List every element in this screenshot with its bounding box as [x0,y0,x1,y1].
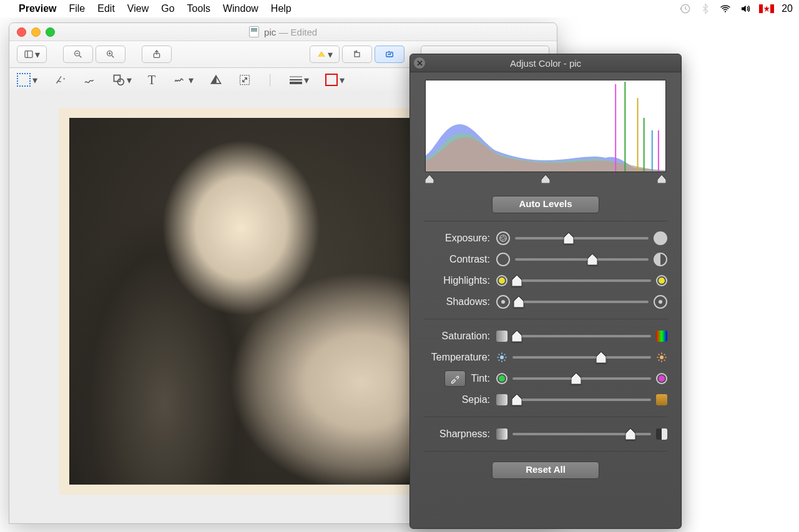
slider-label: Temperature: [410,352,491,363]
slider-thumb[interactable] [587,254,597,265]
target-icon [654,295,667,309]
adjust-size-tool[interactable] [238,74,251,86]
reset-all-button[interactable]: Reset All [492,462,599,479]
slider-thumb[interactable] [625,428,635,440]
svg-line-5 [79,56,81,57]
green-dot-icon [496,373,507,384]
highlight-button[interactable]: ▾ [310,46,340,63]
slider-track[interactable] [512,352,651,363]
slider-track[interactable] [515,296,649,307]
window-titlebar[interactable]: pic — Edited [9,23,557,41]
slider-thumb[interactable] [514,296,524,307]
svg-point-1 [725,11,726,12]
menu-help[interactable]: Help [271,3,292,14]
saturation-high-icon [656,331,667,342]
svg-rect-24 [615,84,616,172]
wifi-icon[interactable] [719,3,732,14]
window-title-text: pic [264,27,276,37]
instant-alpha-tool[interactable] [54,74,66,86]
levels-white-handle[interactable] [657,175,666,183]
svg-line-46 [664,360,665,361]
levels-black-handle[interactable] [425,175,434,183]
sepia-low-icon [496,394,507,405]
rotate-button[interactable] [342,46,372,63]
svg-point-17 [63,78,65,80]
aperture-icon [496,231,510,245]
zoom-out-button[interactable] [63,46,93,63]
shapes-tool[interactable]: ▾ [112,74,132,86]
slider-label: Contrast: [410,254,491,265]
menubar: Preview File Edit View Go Tools Window H… [0,0,799,17]
adjust-color-tool[interactable] [210,74,222,86]
levels-mid-handle[interactable] [541,175,550,183]
chevron-down-icon: ▾ [328,49,333,60]
border-color-tool[interactable]: ▾ [325,74,345,86]
slider-track[interactable] [515,233,649,244]
svg-line-47 [659,360,660,361]
eyedropper-button[interactable] [444,370,466,387]
cool-sun-icon [496,352,507,363]
slider-track[interactable] [512,275,651,286]
slider-track[interactable] [512,394,651,405]
svg-rect-25 [624,82,625,172]
sign-tool[interactable]: ▾ [172,74,194,86]
slider-track[interactable] [515,254,649,265]
levels-handles [423,175,669,186]
sharpness-high-icon [656,428,667,440]
svg-rect-28 [652,130,653,172]
svg-rect-26 [637,98,639,172]
flag-icon[interactable] [759,4,774,13]
slider-thumb[interactable] [512,394,522,405]
text-tool[interactable]: T [148,73,155,87]
markup-button[interactable] [375,46,404,63]
svg-line-8 [112,56,114,57]
bluetooth-icon[interactable] [699,3,712,14]
slider-thumb[interactable] [564,233,574,244]
zoom-in-button[interactable] [96,46,125,63]
share-button[interactable] [142,46,172,63]
sidebar-view-button[interactable]: ▾ [17,46,47,63]
menu-go[interactable]: Go [161,3,174,14]
half-circle-icon [654,253,667,266]
slider-track[interactable] [512,331,651,342]
slider-track[interactable] [512,373,651,384]
target-icon [496,295,510,309]
clock[interactable]: 20 [782,3,793,14]
menu-view[interactable]: View [127,3,149,14]
slider-thumb[interactable] [571,373,581,384]
svg-line-48 [664,354,665,355]
slider-thumb[interactable] [512,331,522,342]
menu-edit[interactable]: Edit [97,3,115,14]
slider-label: Sharpness: [410,428,491,440]
magenta-dot-icon [656,373,667,384]
time-machine-icon[interactable] [679,3,692,14]
sketch-tool[interactable] [82,74,96,85]
slider-tint: Tint: [410,368,681,389]
menu-window[interactable]: Window [223,3,258,14]
yellow-dot-icon [496,275,507,286]
svg-rect-18 [114,75,120,82]
menu-app[interactable]: Preview [19,3,56,14]
slider-exposure: Exposure: [410,228,681,249]
panel-titlebar[interactable]: ✕ Adjust Color - pic [410,54,681,72]
slider-track[interactable] [512,428,651,440]
volume-icon[interactable] [739,3,752,14]
slider-sepia: Sepia: [410,389,681,410]
slider-label: Shadows: [410,296,491,307]
panel-close-button[interactable]: ✕ [414,57,425,69]
svg-rect-2 [25,51,32,58]
slider-thumb[interactable] [596,352,606,363]
menu-file[interactable]: File [69,3,85,14]
status-area: 20 [679,3,793,14]
slider-thumb[interactable] [512,275,522,286]
yellow-dot-icon [656,275,667,286]
selection-tool[interactable]: ▾ [17,73,37,87]
line-style-tool[interactable]: ▾ [290,74,309,86]
slider-saturation: Saturation: [410,326,681,347]
slider-contrast: Contrast: [410,249,681,270]
auto-levels-button[interactable]: Auto Levels [492,196,599,213]
svg-line-37 [504,360,506,361]
saturation-low-icon [496,331,507,342]
menu-tools[interactable]: Tools [187,3,210,14]
histogram [425,80,666,172]
